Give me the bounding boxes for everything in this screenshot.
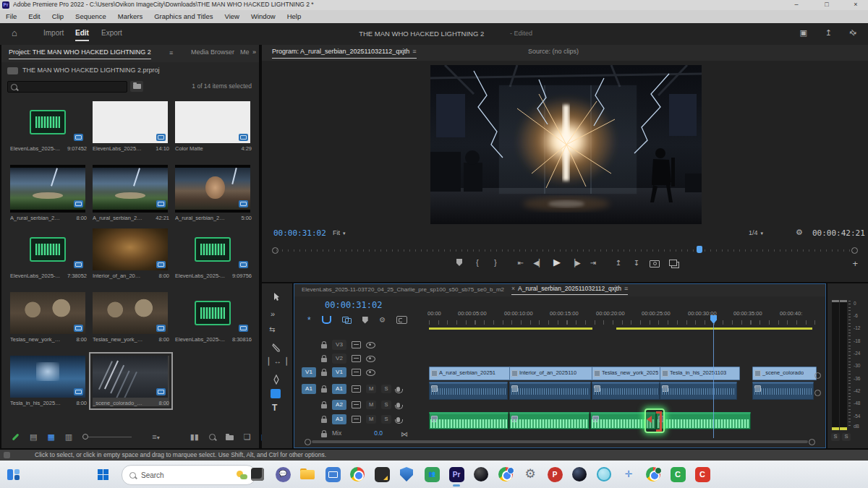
menu-sequence[interactable]: Sequence	[75, 13, 106, 20]
go-to-out-icon[interactable]: ⇥	[587, 256, 600, 269]
track-output-icon[interactable]	[352, 341, 361, 348]
project-item[interactable]: ElevenLabs_2025-...9:07452	[10, 101, 87, 152]
panel-overflow-icon[interactable]: »	[252, 49, 256, 56]
track-output-icon[interactable]	[352, 416, 361, 423]
freeform-view-icon[interactable]: ▥	[65, 432, 72, 441]
track-height-control-icon[interactable]	[814, 372, 821, 379]
timeline-clip-a3[interactable]	[656, 412, 751, 429]
mute-button[interactable]: M	[366, 401, 376, 409]
razor-tool-icon[interactable]	[271, 343, 281, 353]
tab-media-browser[interactable]: Media Browser	[191, 49, 234, 56]
new-item-icon[interactable]: ❏	[244, 432, 251, 441]
project-item[interactable]: ElevenLabs_2025-11-...14:10	[93, 101, 169, 152]
menu-window[interactable]: Window	[251, 13, 276, 20]
tab-project[interactable]: Project: THE MAN WHO HACKED LIGHTNING 2	[9, 49, 151, 59]
tab-import[interactable]: Import	[43, 29, 64, 37]
sort-icon[interactable]: ≡▾	[152, 432, 159, 442]
linked-selection-icon[interactable]	[342, 317, 352, 324]
project-item[interactable]: A_rural_serbian_202...42:21	[93, 165, 169, 221]
scrollbar-thumb[interactable]	[312, 440, 808, 443]
lock-icon[interactable]	[321, 388, 327, 393]
project-item[interactable]: Interior_of_an_202511...8:00	[93, 228, 169, 279]
ripple-edit-tool-icon[interactable]: ⇆	[269, 325, 275, 333]
type-tool-icon[interactable]: T	[272, 403, 277, 413]
menu-graphics[interactable]: Graphics and Titles	[154, 13, 213, 20]
camtasia-icon[interactable]: C	[669, 466, 686, 483]
program-scrubber[interactable]	[272, 246, 858, 254]
track-height-control-icon[interactable]	[814, 390, 821, 396]
button-editor-plus-icon[interactable]: +	[852, 259, 858, 269]
timeline-clip-a1[interactable]	[509, 382, 591, 400]
solo-button[interactable]: S	[381, 415, 391, 424]
project-item[interactable]: Tesla_in_his_2025110...8:00	[10, 356, 87, 406]
project-item[interactable]: Teslas_new_york_202...8:00	[93, 292, 169, 343]
timeline-clip-v1[interactable]: A_rural_serbian_20251	[429, 367, 511, 380]
timeline-clip-a1[interactable]	[660, 382, 737, 400]
captions-icon[interactable]	[396, 316, 407, 324]
chrome-icon[interactable]	[349, 466, 366, 483]
mark-in-icon[interactable]: {	[471, 256, 484, 269]
source-patch-v1[interactable]: V1	[302, 367, 316, 377]
teams-chat-icon[interactable]: 💬	[274, 466, 292, 483]
program-panel-menu-icon[interactable]: ≡	[412, 48, 416, 56]
share-icon[interactable]: ↥	[825, 28, 832, 37]
chrome-profile-icon[interactable]	[644, 466, 662, 483]
icon-view-icon[interactable]: ▦	[47, 432, 54, 441]
dark-app-icon[interactable]	[373, 466, 391, 483]
extract-icon[interactable]: ↧	[630, 256, 643, 269]
weather-icon[interactable]	[237, 470, 248, 480]
timeline-clip-v1[interactable]: Teslas_new_york_2025	[592, 367, 663, 380]
track-name[interactable]: A3	[332, 414, 346, 424]
timeline-clip-v1[interactable]: Tesla_in_his_20251103	[660, 367, 740, 380]
list-view-icon[interactable]: ▤	[30, 432, 37, 441]
playback-resolution-dropdown[interactable]: 1/4▾	[749, 230, 763, 237]
file-explorer-icon[interactable]	[299, 466, 316, 483]
video-preview[interactable]	[430, 65, 702, 224]
scrollbar-left-handle[interactable]	[305, 439, 311, 445]
lift-icon[interactable]: ↥	[612, 256, 625, 269]
toggle-track-visibility-icon[interactable]	[366, 369, 375, 376]
source-patch-a1[interactable]: A1	[302, 384, 316, 394]
zoom-level-dropdown[interactable]: Fit▾	[333, 230, 346, 237]
timeline-timecode[interactable]: 00:00:31:02	[325, 301, 382, 310]
workspace-icon[interactable]: ▣	[800, 28, 807, 37]
menu-view[interactable]: View	[225, 13, 239, 20]
add-marker-icon[interactable]	[453, 256, 466, 269]
track-output-icon[interactable]	[352, 355, 361, 362]
zoom-slider-handle[interactable]	[82, 434, 88, 440]
lock-icon[interactable]	[321, 358, 327, 362]
track-name[interactable]: A2	[332, 400, 346, 410]
close-button[interactable]: ×	[845, 0, 867, 10]
timeline-settings-wrench-icon[interactable]: ⚙	[378, 317, 386, 323]
nest-toggle-icon[interactable]: *	[307, 317, 311, 323]
go-to-in-icon[interactable]: ⇤	[514, 256, 527, 269]
menu-help[interactable]: Help	[287, 13, 302, 20]
green-people-app-icon[interactable]: 👥	[423, 466, 441, 483]
mute-button[interactable]: M	[366, 385, 376, 393]
menu-markers[interactable]: Markers	[118, 13, 142, 20]
selection-tool-icon[interactable]	[271, 292, 281, 302]
project-item[interactable]: ElevenLabs_2025-...9:09756	[175, 228, 252, 279]
brain-app-icon[interactable]	[595, 466, 613, 483]
new-bin-icon[interactable]	[226, 435, 234, 440]
timeline-clip-v1[interactable]: _scene_colorado	[752, 367, 817, 380]
solo-button[interactable]: S	[381, 401, 391, 409]
lock-icon[interactable]	[321, 372, 327, 376]
project-item[interactable]: ElevenLabs_2025-...7:38052	[10, 228, 87, 279]
export-frame-icon[interactable]	[648, 256, 661, 269]
hand-tool-icon-active[interactable]	[271, 389, 281, 398]
timeline-clip-a3[interactable]	[509, 412, 590, 429]
track-name[interactable]: A1	[332, 384, 346, 394]
wrench-icon[interactable]: ⚙	[795, 228, 804, 236]
snip-tool-icon[interactable]: ✛	[620, 466, 637, 483]
tab-program[interactable]: Program: A_rural_serbian_202511032112_qx…	[272, 48, 417, 59]
track-select-tool-icon[interactable]: »	[271, 309, 275, 318]
scrubber-right-handle[interactable]	[851, 247, 858, 254]
play-button[interactable]: ▶	[550, 256, 563, 269]
home-icon[interactable]: ⌂	[12, 28, 17, 38]
scrubber-playhead[interactable]	[697, 246, 702, 253]
mix-value[interactable]: 0.0	[374, 430, 383, 437]
mark-out-icon[interactable]: }	[489, 256, 502, 269]
project-item[interactable]: ElevenLabs_2025-...8:30816	[175, 292, 252, 343]
mute-button[interactable]: M	[366, 415, 376, 424]
